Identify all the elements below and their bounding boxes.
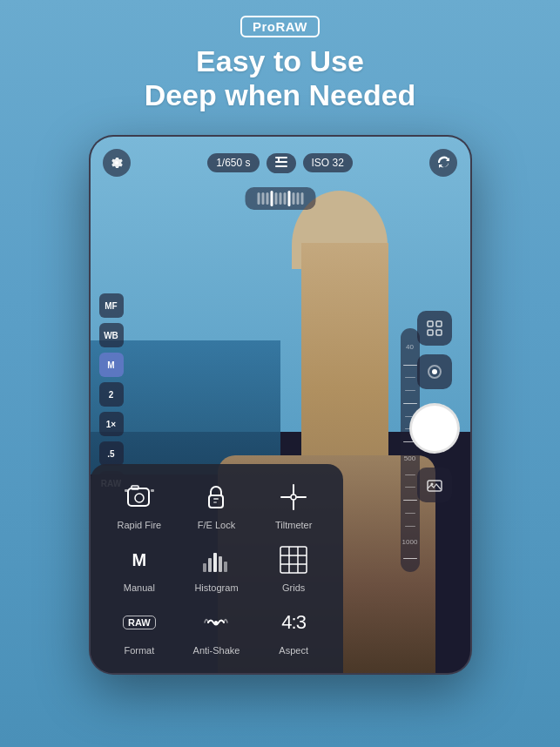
menu-item-aspect[interactable]: 4:3 Aspect xyxy=(259,603,329,656)
svg-rect-11 xyxy=(128,488,149,506)
wb-button[interactable]: WB xyxy=(99,323,124,347)
anti-shake-label: Anti-Shake xyxy=(193,645,240,656)
svg-rect-5 xyxy=(436,321,442,326)
raw-badge: RAW xyxy=(123,616,156,629)
svg-rect-24 xyxy=(203,563,206,572)
svg-rect-0 xyxy=(275,157,287,158)
svg-rect-14 xyxy=(125,489,128,492)
level-indicator xyxy=(245,187,315,210)
menu-item-histogram[interactable]: Histogram xyxy=(181,541,252,593)
menu-grid: Rapid Fire F/E Lock xyxy=(105,478,329,656)
svg-rect-7 xyxy=(436,330,442,335)
histogram-icon xyxy=(197,541,235,579)
camera-switch-button[interactable] xyxy=(417,354,452,389)
menu-item-grids[interactable]: Grids xyxy=(259,541,329,593)
svg-rect-1 xyxy=(275,161,287,163)
svg-point-8 xyxy=(432,369,437,374)
menu-item-anti-shake[interactable]: Anti-Shake xyxy=(181,603,252,656)
level-bar xyxy=(261,192,264,205)
level-bar xyxy=(300,192,303,205)
anti-shake-icon xyxy=(197,603,235,642)
svg-rect-25 xyxy=(208,558,212,572)
right-controls xyxy=(409,311,460,502)
aspect-label: Aspect xyxy=(279,645,308,656)
rapid-fire-icon xyxy=(120,478,159,516)
camera-ui: 1/650 s ISO 32 xyxy=(91,137,470,673)
fe-lock-label: F/E Lock xyxy=(198,520,235,530)
svg-rect-27 xyxy=(219,556,222,572)
grid-toggle-button[interactable] xyxy=(417,311,452,346)
shutter-speed-pill[interactable]: 1/650 s xyxy=(207,153,259,172)
tiltmeter-label: Tiltmeter xyxy=(275,520,312,530)
m-button[interactable]: M xyxy=(99,353,124,377)
tiltmeter-icon xyxy=(274,478,313,516)
level-bar xyxy=(296,192,299,205)
manual-label: Manual xyxy=(124,582,155,593)
svg-rect-4 xyxy=(428,321,433,326)
iso-pill[interactable]: ISO 32 xyxy=(303,153,353,172)
grids-label: Grids xyxy=(282,582,305,593)
svg-point-13 xyxy=(135,494,144,502)
level-bar xyxy=(266,192,268,205)
format-label: Format xyxy=(124,645,154,656)
svg-point-34 xyxy=(214,621,218,624)
svg-rect-2 xyxy=(275,165,287,167)
svg-rect-6 xyxy=(428,330,433,335)
manual-icon: M xyxy=(120,541,159,579)
top-center: 1/650 s ISO 32 xyxy=(207,153,353,173)
svg-rect-3 xyxy=(278,157,280,162)
aspect-ratio-text: 4:3 xyxy=(281,611,306,634)
headline-line2: Deep when Needed xyxy=(0,78,560,112)
menu-item-manual[interactable]: M Manual xyxy=(105,541,175,593)
format-icon: RAW xyxy=(120,603,159,642)
svg-rect-18 xyxy=(213,501,217,503)
level-bar xyxy=(257,192,260,205)
edit-pill[interactable] xyxy=(267,153,296,173)
level-bar-center xyxy=(270,191,273,206)
refresh-button[interactable] xyxy=(429,149,457,177)
level-bar-center xyxy=(287,191,290,206)
svg-point-23 xyxy=(291,495,296,500)
level-bar xyxy=(283,192,286,205)
headline-line1: Easy to Use xyxy=(0,44,560,78)
aspect-icon: 4:3 xyxy=(274,603,313,642)
level-bar xyxy=(292,192,294,205)
svg-rect-17 xyxy=(213,498,219,500)
proraw-badge: ProRAW xyxy=(240,16,320,37)
one-x-button[interactable]: 1× xyxy=(99,412,124,436)
level-bar xyxy=(274,192,277,205)
svg-rect-26 xyxy=(213,553,217,572)
mf-button[interactable]: MF xyxy=(99,293,124,318)
settings-button[interactable] xyxy=(103,149,131,177)
level-bar xyxy=(279,192,281,205)
top-bar: 1/650 s ISO 32 xyxy=(91,137,470,180)
device-frame: 1/650 s ISO 32 xyxy=(89,135,472,675)
menu-item-fe-lock[interactable]: F/E Lock xyxy=(181,478,252,530)
svg-rect-15 xyxy=(151,489,154,492)
svg-rect-28 xyxy=(224,562,227,572)
histogram-label: Histogram xyxy=(194,582,238,593)
half-button[interactable]: .5 xyxy=(99,441,124,466)
headline: Easy to Use Deep when Needed xyxy=(0,44,560,112)
menu-item-format[interactable]: RAW Format xyxy=(105,603,175,656)
two-button[interactable]: 2 xyxy=(99,382,124,407)
fe-lock-icon xyxy=(197,478,235,516)
photo-library-button[interactable] xyxy=(417,468,452,502)
svg-rect-29 xyxy=(280,547,307,573)
menu-item-rapid-fire[interactable]: Rapid Fire xyxy=(105,478,175,530)
grids-icon xyxy=(274,541,313,579)
shutter-button[interactable] xyxy=(409,403,460,454)
menu-item-tiltmeter[interactable]: Tiltmeter xyxy=(259,478,329,530)
bottom-menu: Rapid Fire F/E Lock xyxy=(91,464,343,673)
header: ProRAW Easy to Use Deep when Needed xyxy=(0,0,560,112)
manual-letter: M xyxy=(132,550,146,570)
rapid-fire-label: Rapid Fire xyxy=(117,520,161,530)
